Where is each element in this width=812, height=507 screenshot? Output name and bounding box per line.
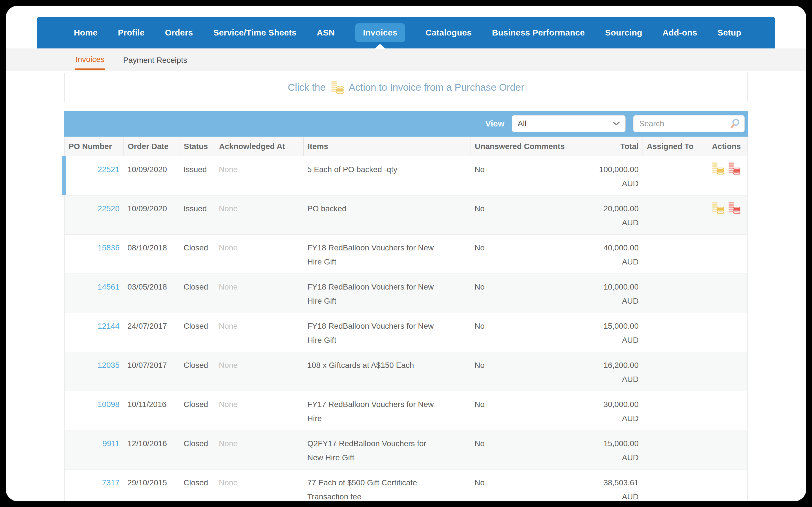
po-number-link[interactable]: 12144 xyxy=(68,319,119,333)
nav-item-home[interactable]: Home xyxy=(74,28,98,38)
po-number-link[interactable]: 14561 xyxy=(68,280,119,294)
assigned-to-cell xyxy=(643,391,708,430)
tab-invoices[interactable]: Invoices xyxy=(75,49,105,70)
search-icon[interactable] xyxy=(730,118,741,129)
acknowledged-at-cell: None xyxy=(215,156,303,195)
view-label: View xyxy=(485,119,504,128)
col-header-actions: Actions xyxy=(708,136,748,156)
po-number-cell: 7317 xyxy=(64,469,123,501)
po-number-link[interactable]: 9911 xyxy=(68,437,119,451)
po-number-link[interactable]: 15836 xyxy=(68,241,119,255)
status-cell: Closed xyxy=(180,469,215,501)
actions-cell xyxy=(708,313,748,352)
po-number-cell: 22521 xyxy=(64,156,123,195)
col-header-items[interactable]: Items xyxy=(303,136,470,156)
col-header-unanswered-comments[interactable]: Unanswered Comments xyxy=(470,136,585,156)
assigned-to-cell xyxy=(643,469,708,501)
nav-item-profile[interactable]: Profile xyxy=(118,28,145,38)
po-number-link[interactable]: 12035 xyxy=(68,358,119,372)
nav-item-asn[interactable]: ASN xyxy=(317,28,335,38)
table-row: 10098 10/11/2016 Closed None FY17 RedBal… xyxy=(64,391,748,430)
acknowledged-at-cell: None xyxy=(215,235,303,274)
nav-item-add-ons[interactable]: Add-ons xyxy=(663,28,697,38)
table-row: 14561 03/05/2018 Closed None FY18 RedBal… xyxy=(64,274,748,313)
create-invoice-gold-coins-icon[interactable] xyxy=(711,162,725,175)
create-credit-note-red-coins-icon[interactable] xyxy=(727,162,741,175)
assigned-to-cell xyxy=(643,235,708,274)
nav-item-sourcing[interactable]: Sourcing xyxy=(605,28,642,38)
unanswered-comments-cell: No xyxy=(470,274,585,313)
order-date-cell: 10/07/2017 xyxy=(123,352,180,391)
acknowledged-at-cell: None xyxy=(215,313,303,352)
po-number-link[interactable]: 22520 xyxy=(68,202,119,216)
order-date-cell: 03/05/2018 xyxy=(123,274,180,313)
search-input[interactable] xyxy=(639,119,730,128)
status-cell: Closed xyxy=(180,391,215,430)
acknowledged-at-cell: None xyxy=(215,274,303,313)
col-header-po-number[interactable]: PO Number xyxy=(64,136,123,156)
col-header-order-date[interactable]: Order Date xyxy=(123,136,180,156)
main-nav: Home Profile Orders Service/Time Sheets … xyxy=(37,17,775,48)
gold-coins-icon: .c-light{fill:#f6e2a6} .c-dark{fill:#eec… xyxy=(330,80,344,94)
nav-item-catalogues[interactable]: Catalogues xyxy=(425,28,472,38)
unanswered-comments-cell: No xyxy=(470,156,585,195)
table-body: 22521 10/09/2020 Issued None 5 Each of P… xyxy=(64,156,748,501)
po-number-link[interactable]: 7317 xyxy=(68,476,119,490)
po-number-cell: 10098 xyxy=(64,391,123,430)
order-date-cell: 29/10/2015 xyxy=(123,469,180,501)
col-header-assigned-to[interactable]: Assigned To xyxy=(643,136,708,156)
create-credit-note-red-coins-icon[interactable] xyxy=(727,201,741,214)
page-content: Click the .c-light{fill:#f6e2a6} .c-dark… xyxy=(6,71,806,501)
col-header-status[interactable]: Status xyxy=(180,136,215,156)
items-cell: FY17 RedBalloon Vouchers for New Hire xyxy=(303,391,470,430)
status-cell: Closed xyxy=(180,352,215,391)
nav-item-setup[interactable]: Setup xyxy=(718,28,741,38)
order-date-cell: 10/09/2020 xyxy=(123,195,180,234)
col-header-acknowledged-at[interactable]: Acknowledged At xyxy=(215,136,303,156)
table-header: PO Number Order Date Status Acknowledged… xyxy=(64,136,748,156)
po-number-cell: 22520 xyxy=(64,195,123,234)
items-cell: FY18 RedBalloon Vouchers for New Hire Gi… xyxy=(303,235,470,274)
unanswered-comments-cell: No xyxy=(470,431,585,469)
nav-item-service-time-sheets[interactable]: Service/Time Sheets xyxy=(213,28,297,38)
actions-cell xyxy=(708,156,748,195)
nav-item-business-performance[interactable]: Business Performance xyxy=(492,28,585,38)
chevron-down-icon xyxy=(613,122,620,126)
po-number-cell: 12035 xyxy=(64,352,123,391)
unanswered-comments-cell: No xyxy=(470,469,585,501)
status-cell: Closed xyxy=(180,235,215,274)
status-cell: Closed xyxy=(180,313,215,352)
actions-cell xyxy=(708,274,748,313)
actions-cell xyxy=(708,391,748,430)
items-cell: FY18 RedBalloon Vouchers for New Hire Gi… xyxy=(303,274,470,313)
po-number-link[interactable]: 22521 xyxy=(68,163,119,177)
acknowledged-at-cell: None xyxy=(215,195,303,234)
status-cell: Closed xyxy=(180,274,215,313)
actions-cell xyxy=(708,352,748,391)
items-cell: 108 x Giftcards at A$150 Each xyxy=(303,352,470,391)
acknowledged-at-cell: None xyxy=(215,469,303,501)
nav-item-orders[interactable]: Orders xyxy=(165,28,193,38)
banner-text-after: Action to Invoice from a Purchase Order xyxy=(349,82,524,93)
po-number-link[interactable]: 10098 xyxy=(68,397,119,411)
assigned-to-cell xyxy=(643,313,708,352)
unanswered-comments-cell: No xyxy=(470,391,585,430)
total-cell: 100,000.00AUD xyxy=(585,156,643,195)
acknowledged-at-cell: None xyxy=(215,352,303,391)
create-invoice-gold-coins-icon[interactable] xyxy=(711,201,725,214)
total-cell: 30,000.00AUD xyxy=(585,391,643,430)
view-dropdown[interactable]: All xyxy=(512,115,626,132)
unanswered-comments-cell: No xyxy=(470,352,585,391)
assigned-to-cell xyxy=(643,274,708,313)
col-header-total[interactable]: Total xyxy=(585,136,643,156)
search-box xyxy=(633,115,745,132)
invoice-hint-banner: Click the .c-light{fill:#f6e2a6} .c-dark… xyxy=(64,73,748,102)
total-cell: 15,000.00AUD xyxy=(585,431,643,469)
tab-payment-receipts[interactable]: Payment Receipts xyxy=(123,50,188,69)
nav-item-invoices[interactable]: Invoices xyxy=(355,23,405,42)
order-date-cell: 08/10/2018 xyxy=(123,235,180,274)
table-row: 15836 08/10/2018 Closed None FY18 RedBal… xyxy=(64,234,748,274)
total-cell: 15,000.00AUD xyxy=(585,313,643,352)
table-row: 12035 10/07/2017 Closed None 108 x Giftc… xyxy=(64,352,748,391)
po-number-cell: 15836 xyxy=(64,235,123,274)
